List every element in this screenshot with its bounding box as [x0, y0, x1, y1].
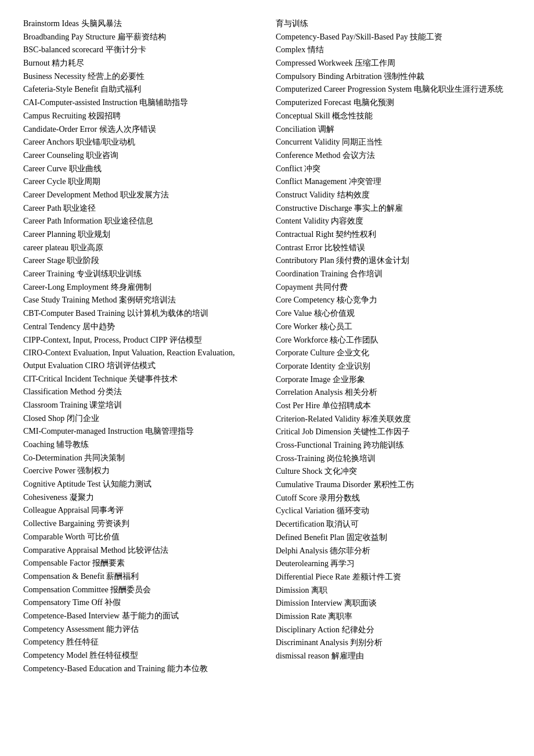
list-item: Career Anchors 职业锚/职业动机 — [23, 136, 258, 149]
term-en: Career Cycle — [23, 177, 66, 186]
list-item: Corporate Identity 企业识别 — [276, 360, 511, 373]
term-en: Constructive Discharge — [276, 204, 352, 213]
term-zh: 同事考评 — [91, 506, 124, 514]
term-en: Copayment — [276, 283, 313, 291]
list-item: Contrast Error 比较性错误 — [276, 242, 511, 254]
term-en: Career-Long Employment — [23, 283, 109, 291]
term-en: Burnout — [23, 59, 50, 67]
list-item: Career Path Information 职业途径信息 — [23, 215, 258, 228]
list-item: Competency Model 胜任特征模型 — [23, 649, 258, 662]
term-en: CIPP-Context, Input, Process, Product CI… — [23, 336, 167, 344]
term-en: Coercive Power — [23, 466, 75, 475]
term-zh: 取消认可 — [326, 520, 359, 528]
term-en: Conceptual Skill — [276, 111, 330, 120]
term-en: Competence-Based Interview — [23, 611, 120, 620]
list-item: CIT-Critical Incident Technique 关键事件技术 — [23, 373, 258, 386]
list-item: Coaching 辅导教练 — [23, 438, 258, 451]
list-item: Corporate Culture 企业文化 — [276, 347, 511, 359]
list-item: Classification Method 分类法 — [23, 386, 258, 398]
term-en: Critical Job Dimension — [276, 427, 351, 436]
term-en: Comparative Appraisal Method — [23, 546, 126, 555]
term-zh: 分类法 — [98, 387, 122, 396]
term-en: 育与训练 — [276, 19, 308, 28]
term-zh: 事实上的解雇 — [354, 204, 403, 213]
term-zh: 强制性仲裁 — [384, 72, 424, 81]
term-en: Contrast Error — [276, 243, 322, 252]
list-item: Compensatory Time Off 补假 — [23, 596, 258, 609]
list-item: Competency-Based Education and Training … — [23, 663, 258, 675]
term-zh: 核心价值观 — [314, 309, 355, 318]
term-en: Discriminant Analysis — [276, 638, 348, 647]
term-en: Colleague Appraisal — [23, 506, 89, 514]
term-en: Competency Assessment — [23, 625, 104, 633]
term-zh: 凝聚力 — [70, 493, 94, 502]
list-item: Core Workforce 核心工作团队 — [276, 334, 511, 347]
list-item: Cross-Functional Training 跨功能训练 — [276, 439, 511, 452]
list-item: Cafeteria-Style Benefit 自助式福利 — [23, 83, 258, 96]
term-zh: 合作培训 — [350, 269, 383, 278]
term-en: CBT-Computer Based Training — [23, 309, 125, 318]
term-en: Core Worker — [276, 322, 317, 331]
term-en: Competency-Based Education and Training — [23, 664, 165, 673]
term-zh: 纪律处分 — [342, 625, 374, 634]
list-item: Candidate-Order Error 候选人次序错误 — [23, 123, 258, 136]
term-en: Conciliation — [276, 125, 316, 134]
term-zh: 认知能力测试 — [103, 480, 151, 488]
list-item: Central Tendency 居中趋势 — [23, 321, 258, 333]
term-en: Conflict Management — [276, 177, 347, 186]
term-zh: 固定收益制 — [347, 533, 387, 542]
term-en: Career Anchors — [23, 138, 74, 146]
term-zh: 再学习 — [330, 559, 355, 568]
term-en: Coaching — [23, 440, 55, 449]
term-en: Campus Recruiting — [23, 111, 86, 120]
term-en: Closed Shop — [23, 414, 64, 423]
term-en: Differential Piece Rate — [276, 573, 350, 581]
term-zh: 核心员工 — [320, 322, 352, 331]
list-item: Contributory Plan 须付费的退休金计划 — [276, 254, 511, 267]
term-en: Concurrent Validity — [276, 138, 340, 146]
list-item: Cumulative Trauma Disorder 累积性工伤 — [276, 478, 511, 491]
list-item: Co-Determination 共同决策制 — [23, 452, 258, 465]
term-en: Core Workforce — [276, 336, 328, 344]
list-item: Brainstorm Ideas 头脑风暴法 — [23, 17, 258, 30]
list-item: Core Competency 核心竞争力 — [276, 294, 511, 307]
list-item: Complex 情结 — [276, 44, 511, 56]
term-en: Compressed Workweek — [276, 59, 353, 67]
term-zh: 契约性权利 — [335, 230, 376, 239]
term-zh: 职业锚/职业动机 — [76, 138, 135, 146]
list-item: Career Training 专业训练职业训练 — [23, 268, 258, 280]
term-en: Compensation & Benefit — [23, 572, 104, 581]
list-item: Conceptual Skill 概念性技能 — [276, 110, 511, 123]
term-zh: 辅导教练 — [56, 440, 89, 449]
term-zh: 胜任特征 — [66, 638, 99, 646]
term-en: Core Value — [276, 309, 312, 318]
term-en: Conflict — [276, 164, 302, 173]
term-zh: 累积性工伤 — [373, 480, 414, 489]
term-en: Career Training — [23, 269, 74, 278]
term-zh: 基于能力的面试 — [122, 611, 179, 620]
list-item: Differential Piece Rate 差额计件工资 — [276, 571, 511, 584]
term-en: Computerized Forecast — [276, 98, 351, 107]
term-en: Construct Validity — [276, 190, 335, 199]
term-en: Criterion-Related Validity — [276, 415, 360, 423]
list-item: Case Study Training Method 案例研究培训法 — [23, 294, 258, 307]
list-item: Construct Validity 结构效度 — [276, 189, 511, 201]
term-en: Competency Model — [23, 651, 88, 660]
term-en: Brainstorm Ideas — [23, 19, 79, 28]
term-zh: 以计算机为载体的培训 — [127, 309, 208, 318]
term-zh: 循环变动 — [337, 506, 369, 515]
term-en: Collective Bargaining — [23, 519, 95, 528]
term-zh: 劳资谈判 — [97, 519, 129, 528]
term-en: Cohesiveness — [23, 493, 67, 502]
term-en: dismissal reason — [276, 651, 329, 660]
list-item: Conflict Management 冲突管理 — [276, 175, 511, 188]
term-en: Disciplinary Action — [276, 625, 340, 634]
term-zh: 冲突 — [304, 164, 320, 173]
list-item: Compensation Committee 报酬委员会 — [23, 584, 258, 596]
term-zh: 离职面谈 — [344, 599, 377, 607]
term-en: Cumulative Trauma Disorder — [276, 480, 371, 489]
term-zh: 平衡计分卡 — [106, 45, 146, 54]
term-en: Compensatory Time Off — [23, 598, 103, 607]
term-zh: 薪酬福利 — [106, 572, 139, 581]
term-zh: 能力本位教 — [167, 664, 208, 673]
